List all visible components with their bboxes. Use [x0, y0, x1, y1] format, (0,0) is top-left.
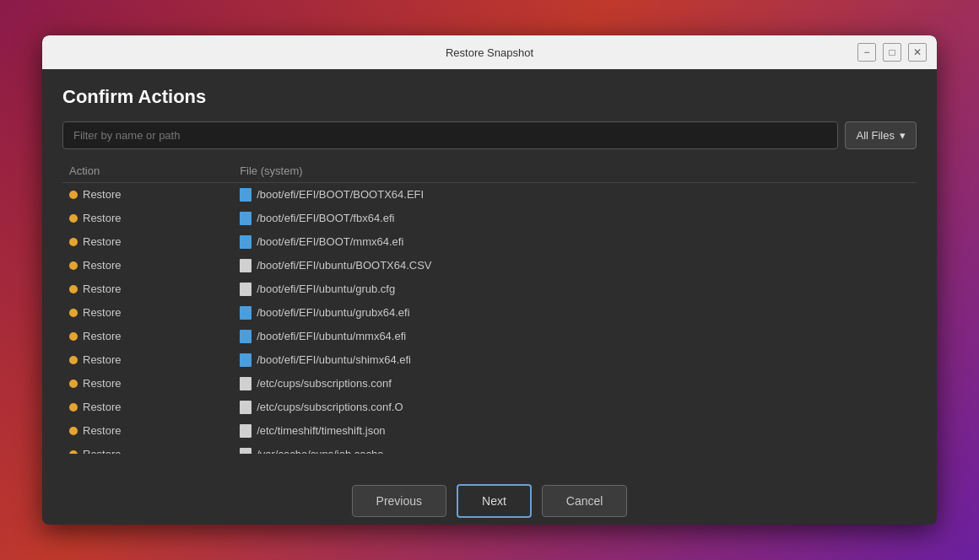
file-path: /etc/cups/subscriptions.conf	[257, 377, 392, 390]
action-label: Restore	[83, 188, 122, 201]
file-cell: /var/cache/cups/job.cache	[233, 443, 917, 455]
action-label: Restore	[83, 448, 122, 454]
action-cell: Restore	[62, 372, 233, 396]
file-path: /boot/efi/EFI/BOOT/mmx64.efi	[257, 235, 403, 248]
status-dot	[69, 356, 78, 364]
table-body: Restore/boot/efi/EFI/BOOT/BOOTX64.EFIRes…	[62, 183, 917, 455]
file-path: /boot/efi/EFI/ubuntu/shimx64.efi	[257, 353, 411, 366]
table-row: Restore/boot/efi/EFI/BOOT/BOOTX64.EFI	[62, 183, 917, 207]
footer-buttons: Previous Next Cancel	[42, 471, 937, 525]
file-cell: /boot/efi/EFI/ubuntu/grubx64.efi	[233, 301, 917, 325]
table-row: Restore/etc/timeshift/timeshift.json	[62, 419, 917, 443]
table-row: Restore/boot/efi/EFI/BOOT/fbx64.efi	[62, 207, 917, 230]
status-dot	[69, 427, 78, 435]
efi-file-icon	[240, 330, 252, 343]
action-cell: Restore	[62, 277, 233, 301]
col-action: Action	[62, 159, 233, 183]
status-dot	[69, 285, 78, 293]
file-cell: /etc/cups/subscriptions.conf	[233, 372, 917, 396]
file-cell: /boot/efi/EFI/ubuntu/grub.cfg	[233, 277, 917, 301]
file-path: /boot/efi/EFI/ubuntu/grubx64.efi	[257, 306, 409, 319]
table-header-row: Action File (system)	[62, 159, 917, 183]
all-files-dropdown[interactable]: All Files ▾	[845, 121, 917, 149]
status-dot	[69, 191, 78, 199]
action-cell: Restore	[62, 443, 233, 455]
file-path: /var/cache/cups/job.cache	[257, 448, 383, 454]
status-dot	[69, 403, 78, 412]
doc-file-icon	[240, 283, 252, 296]
doc-file-icon	[240, 377, 252, 390]
status-dot	[69, 238, 78, 246]
file-path: /boot/efi/EFI/BOOT/BOOTX64.EFI	[257, 188, 424, 201]
maximize-button[interactable]: □	[883, 43, 901, 62]
action-cell: Restore	[62, 419, 233, 443]
restore-snapshot-window: Restore Snapshot − □ ✕ Confirm Actions A…	[42, 35, 937, 525]
window-controls: − □ ✕	[857, 43, 927, 62]
window-title: Restore Snapshot	[446, 46, 533, 59]
action-label: Restore	[83, 235, 122, 248]
file-path: /boot/efi/EFI/ubuntu/mmx64.efi	[257, 330, 406, 342]
table-row: Restore/boot/efi/EFI/ubuntu/grub.cfg	[62, 277, 917, 301]
efi-file-icon	[240, 306, 252, 320]
status-dot	[69, 450, 78, 455]
efi-file-icon	[240, 235, 252, 249]
close-button[interactable]: ✕	[908, 43, 927, 62]
file-cell: /boot/efi/EFI/BOOT/mmx64.efi	[233, 230, 917, 254]
action-cell: Restore	[62, 396, 233, 419]
previous-button[interactable]: Previous	[352, 485, 446, 517]
status-dot	[69, 214, 78, 223]
cancel-button[interactable]: Cancel	[542, 485, 628, 517]
file-path: /boot/efi/EFI/ubuntu/BOOTX64.CSV	[257, 259, 431, 272]
table-row: Restore/boot/efi/EFI/ubuntu/grubx64.efi	[62, 301, 917, 325]
file-path: /etc/timeshift/timeshift.json	[257, 424, 385, 437]
status-dot	[69, 309, 78, 317]
action-label: Restore	[83, 353, 122, 366]
table-row: Restore/etc/cups/subscriptions.conf	[62, 372, 917, 396]
action-cell: Restore	[62, 207, 233, 230]
table-row: Restore/boot/efi/EFI/ubuntu/mmx64.efi	[62, 325, 917, 348]
action-label: Restore	[83, 259, 122, 272]
action-label: Restore	[83, 401, 122, 413]
action-label: Restore	[83, 306, 122, 319]
page-title: Confirm Actions	[62, 86, 917, 108]
file-path: /etc/cups/subscriptions.conf.O	[257, 401, 403, 413]
table-row: Restore/etc/cups/subscriptions.conf.O	[62, 396, 917, 419]
doc-file-icon	[240, 424, 252, 438]
file-cell: /etc/timeshift/timeshift.json	[233, 419, 917, 443]
table-row: Restore/boot/efi/EFI/ubuntu/BOOTX64.CSV	[62, 254, 917, 277]
action-cell: Restore	[62, 230, 233, 254]
table-row: Restore/boot/efi/EFI/ubuntu/shimx64.efi	[62, 348, 917, 372]
file-path: /boot/efi/EFI/BOOT/fbx64.efi	[257, 212, 394, 224]
chevron-down-icon: ▾	[900, 129, 906, 142]
file-cell: /boot/efi/EFI/BOOT/BOOTX64.EFI	[233, 183, 917, 207]
action-cell: Restore	[62, 348, 233, 372]
col-file: File (system)	[233, 159, 917, 183]
action-label: Restore	[83, 283, 122, 295]
efi-file-icon	[240, 353, 252, 367]
filter-input[interactable]	[62, 121, 838, 149]
next-button[interactable]: Next	[457, 484, 532, 518]
doc-file-icon	[240, 401, 252, 414]
doc-file-icon	[240, 259, 252, 272]
action-cell: Restore	[62, 301, 233, 325]
table-row: Restore/var/cache/cups/job.cache	[62, 443, 917, 455]
minimize-button[interactable]: −	[857, 43, 876, 62]
titlebar: Restore Snapshot − □ ✕	[42, 35, 937, 69]
action-label: Restore	[83, 424, 122, 437]
doc-file-icon	[240, 448, 252, 455]
status-dot	[69, 380, 78, 388]
table-row: Restore/boot/efi/EFI/BOOT/mmx64.efi	[62, 230, 917, 254]
file-cell: /boot/efi/EFI/BOOT/fbx64.efi	[233, 207, 917, 230]
file-path: /boot/efi/EFI/ubuntu/grub.cfg	[257, 283, 395, 295]
file-cell: /boot/efi/EFI/ubuntu/BOOTX64.CSV	[233, 254, 917, 277]
status-dot	[69, 261, 78, 270]
content-area: Confirm Actions All Files ▾ Action File …	[42, 69, 937, 471]
file-cell: /etc/cups/subscriptions.conf.O	[233, 396, 917, 419]
action-label: Restore	[83, 377, 122, 390]
action-cell: Restore	[62, 183, 233, 207]
status-dot	[69, 332, 78, 341]
efi-file-icon	[240, 212, 252, 225]
files-table: Action File (system) Restore/boot/efi/EF…	[62, 159, 917, 454]
action-cell: Restore	[62, 325, 233, 348]
files-table-container[interactable]: Action File (system) Restore/boot/efi/EF…	[62, 159, 917, 454]
